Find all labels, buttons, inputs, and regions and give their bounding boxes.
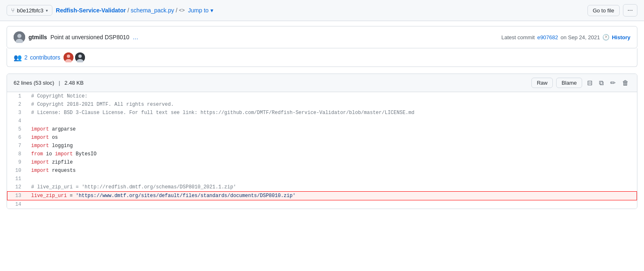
svg-point-4 <box>67 55 70 58</box>
commit-ellipsis[interactable]: … <box>133 34 139 40</box>
line-number: 11 <box>7 175 28 183</box>
table-row: 5import argparse <box>7 125 637 133</box>
branch-selector[interactable]: ⑂ b0e12fbfc3 ▾ <box>7 5 52 16</box>
table-row: 7import logging <box>7 142 637 150</box>
line-code: import os <box>28 133 637 142</box>
display-icon[interactable]: ⊟ <box>585 77 594 88</box>
line-code: # Copyright 2018-2021 DMTF. All rights r… <box>28 100 637 109</box>
table-row: 6import os <box>7 133 637 142</box>
breadcrumb-file[interactable]: schema_pack.py <box>131 7 174 14</box>
line-code: import requests <box>28 166 637 175</box>
line-code: # License: BSD 3-Clause License. For ful… <box>28 109 637 117</box>
table-row: 10import requests <box>7 166 637 175</box>
jump-to-chevron-icon: ▾ <box>210 7 213 14</box>
contributors-link[interactable]: 👥 2 contributors <box>14 54 60 62</box>
file-content-area: 62 lines (53 sloc) | 2.48 KB Raw Blame ⊟… <box>7 74 637 209</box>
line-number: 8 <box>7 150 28 158</box>
latest-commit-label: Latest commit <box>501 34 535 40</box>
file-sloc: (53 sloc) <box>33 80 54 86</box>
line-code: # live_zip_uri = 'http://redfish.dmtf.or… <box>28 183 637 192</box>
line-number: 12 <box>7 183 28 192</box>
file-meta-actions: Raw Blame ⊟ ⧉ ✏ 🗑 <box>531 77 630 88</box>
go-to-file-button[interactable]: Go to file <box>587 5 620 16</box>
line-code: # Copyright Notice: <box>28 92 637 100</box>
table-row: 9import zipfile <box>7 158 637 166</box>
breadcrumb: Redfish-Service-Validator / schema_pack.… <box>56 7 584 14</box>
contributor-avatar-1 <box>64 52 73 62</box>
table-row: 14 <box>7 200 637 209</box>
line-code: import argparse <box>28 125 637 133</box>
branch-name: b0e12fbfc3 <box>17 7 43 14</box>
commit-author[interactable]: gtmills <box>28 34 47 40</box>
svg-point-7 <box>78 55 82 58</box>
contributors-label: contributors <box>30 54 60 61</box>
contributors-bar: 👥 2 contributors <box>7 48 637 67</box>
table-row: 11 <box>7 175 637 183</box>
line-code: live_zip_uri = 'https://www.dmtf.org/sit… <box>28 192 637 200</box>
table-row: 3# License: BSD 3-Clause License. For fu… <box>7 109 637 117</box>
breadcrumb-sep-2: / <box>176 7 177 14</box>
table-row: 12# live_zip_uri = 'http://redfish.dmtf.… <box>7 183 637 192</box>
commit-info-left: gtmills Point at unversioned DSP8010 … <box>14 31 139 43</box>
code-table: 1# Copyright Notice:2# Copyright 2018-20… <box>7 92 637 209</box>
svg-point-1 <box>17 34 21 38</box>
edit-icon[interactable]: ✏ <box>609 77 617 88</box>
line-number: 6 <box>7 133 28 142</box>
line-number: 7 <box>7 142 28 150</box>
code-area: 1# Copyright Notice:2# Copyright 2018-20… <box>7 92 637 209</box>
commit-info-right: Latest commit e907682 on Sep 24, 2021 🕐 … <box>501 34 630 40</box>
table-row: 4 <box>7 117 637 125</box>
line-code <box>28 200 637 209</box>
table-row: 1# Copyright Notice: <box>7 92 637 100</box>
breadcrumb-code: <> <box>179 7 185 13</box>
line-number: 4 <box>7 117 28 125</box>
line-code: import zipfile <box>28 158 637 166</box>
commit-hash[interactable]: e907682 <box>537 34 558 40</box>
contributor-avatars <box>64 52 85 62</box>
line-code <box>28 117 637 125</box>
file-lines: 62 lines <box>14 80 32 86</box>
line-number: 5 <box>7 125 28 133</box>
top-bar: ⑂ b0e12fbfc3 ▾ Redfish-Service-Validator… <box>0 0 644 21</box>
line-code <box>28 175 637 183</box>
file-meta-bar: 62 lines (53 sloc) | 2.48 KB Raw Blame ⊟… <box>7 74 637 92</box>
table-row: 2# Copyright 2018-2021 DMTF. All rights … <box>7 100 637 109</box>
blame-button[interactable]: Blame <box>556 78 582 88</box>
line-number: 10 <box>7 166 28 175</box>
table-row: 8from io import BytesIO <box>7 150 637 158</box>
breadcrumb-sep-1: / <box>127 7 129 14</box>
line-number: 1 <box>7 92 28 100</box>
delete-icon[interactable]: 🗑 <box>620 78 630 88</box>
line-number: 9 <box>7 158 28 166</box>
commit-bar: gtmills Point at unversioned DSP8010 … L… <box>7 26 637 48</box>
raw-button[interactable]: Raw <box>531 78 553 88</box>
branch-icon: ⑂ <box>11 7 14 14</box>
contributors-count: 2 <box>24 54 28 61</box>
line-code: from io import BytesIO <box>28 150 637 158</box>
history-link[interactable]: History <box>612 34 630 40</box>
line-number: 14 <box>7 200 28 209</box>
top-bar-actions: Go to file ··· <box>587 4 637 17</box>
contributor-avatar-2 <box>75 52 85 62</box>
author-avatar <box>14 31 25 43</box>
line-code: import logging <box>28 142 637 150</box>
file-meta-info: 62 lines (53 sloc) | 2.48 KB <box>14 80 84 86</box>
file-size: 2.48 KB <box>64 80 83 86</box>
contributors-icon: 👥 <box>14 54 22 62</box>
line-number: 2 <box>7 100 28 109</box>
line-number: 3 <box>7 109 28 117</box>
breadcrumb-repo[interactable]: Redfish-Service-Validator <box>56 7 126 14</box>
history-clock-icon: 🕐 <box>602 34 609 40</box>
commit-date: on Sep 24, 2021 <box>561 34 600 40</box>
commit-message: Point at unversioned DSP8010 <box>50 34 129 40</box>
table-row: 13live_zip_uri = 'https://www.dmtf.org/s… <box>7 192 637 200</box>
chevron-down-icon: ▾ <box>46 8 48 13</box>
more-options-button[interactable]: ··· <box>623 4 637 17</box>
line-number: 13 <box>7 192 28 200</box>
copy-icon[interactable]: ⧉ <box>597 78 605 88</box>
jump-to-button[interactable]: Jump to ▾ <box>188 7 213 14</box>
